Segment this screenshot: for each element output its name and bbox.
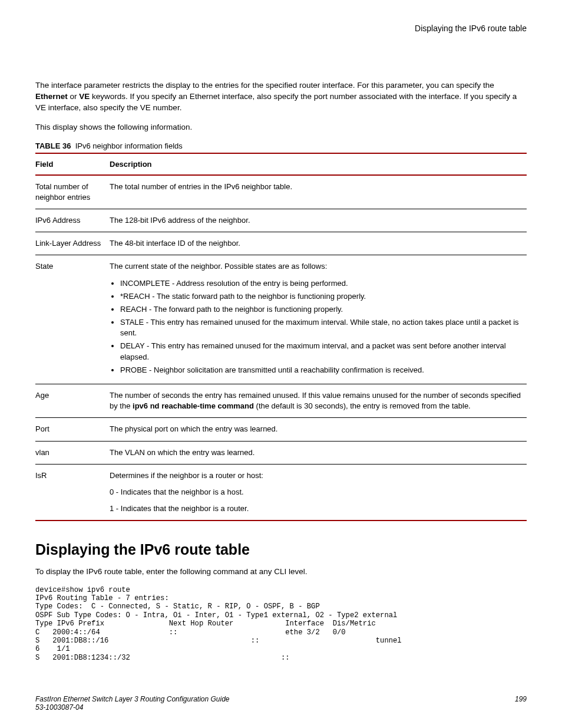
cell-desc: The physical port on which the entry was… bbox=[110, 418, 527, 441]
cell-field: Port bbox=[35, 418, 110, 441]
table-row: Port The physical port on which the entr… bbox=[35, 418, 527, 441]
table-row: IsR Determines if the neighbor is a rout… bbox=[35, 464, 527, 521]
text-span: The interface parameter restricts the di… bbox=[35, 81, 494, 90]
table-row: Link-Layer Address The 48-bit interface … bbox=[35, 232, 527, 255]
list-item: *REACH - The static forward path to the … bbox=[120, 291, 523, 302]
table-title: IPv6 neighbor information fields bbox=[75, 141, 183, 150]
table-label: TABLE 36 bbox=[35, 141, 71, 150]
cell-field: Total number of neighbor entries bbox=[35, 175, 110, 209]
table-caption: TABLE 36 IPv6 neighbor information field… bbox=[35, 141, 527, 150]
cell-field: State bbox=[35, 255, 110, 384]
cell-field: Link-Layer Address bbox=[35, 232, 110, 255]
table-row: vlan The VLAN on which the entry was lea… bbox=[35, 441, 527, 464]
list-item: PROBE - Neighbor solicitation are transm… bbox=[120, 365, 523, 375]
table-row: State The current state of the neighbor.… bbox=[35, 255, 527, 384]
footer-page-number: 199 bbox=[515, 695, 527, 711]
cell-desc: The total number of entries in the IPv6 … bbox=[110, 175, 527, 209]
cell-field: IPv6 Address bbox=[35, 209, 110, 232]
list-item: INCOMPLETE - Address resolution of the e… bbox=[120, 278, 523, 289]
cell-field: IsR bbox=[35, 464, 110, 521]
table-row: Total number of neighbor entries The tot… bbox=[35, 175, 527, 209]
table-row: IPv6 Address The 128-bit IPv6 address of… bbox=[35, 209, 527, 232]
list-item: DELAY - This entry has remained unused f… bbox=[120, 341, 523, 362]
text-span: or bbox=[68, 92, 80, 101]
th-description: Description bbox=[110, 153, 527, 175]
cell-desc: The VLAN on which the entry was learned. bbox=[110, 441, 527, 464]
cell-desc: The 128-bit IPv6 address of the neighbor… bbox=[110, 209, 527, 232]
page-footer: FastIron Ethernet Switch Layer 3 Routing… bbox=[35, 695, 527, 711]
paragraph-interface: The interface parameter restricts the di… bbox=[35, 80, 527, 114]
cell-field: vlan bbox=[35, 441, 110, 464]
paragraph-display-info: This display shows the following informa… bbox=[35, 122, 527, 133]
state-intro: The current state of the neighbor. Possi… bbox=[110, 262, 327, 271]
cli-output: device#show ipv6 route IPv6 Routing Tabl… bbox=[35, 586, 527, 663]
cell-desc: The current state of the neighbor. Possi… bbox=[110, 255, 527, 384]
list-item: REACH - The forward path to the neighbor… bbox=[120, 304, 523, 315]
cell-desc: Determines if the neighbor is a router o… bbox=[110, 464, 527, 521]
ipv6-fields-table: Field Description Total number of neighb… bbox=[35, 153, 527, 522]
footer-doc-number: 53-1003087-04 bbox=[35, 703, 230, 711]
isr-router: 1 - Indicates that the neighbor is a rou… bbox=[110, 503, 523, 514]
running-header: Displaying the IPv6 route table bbox=[35, 24, 527, 33]
table-row: Age The number of seconds the entry has … bbox=[35, 384, 527, 418]
section-intro: To display the IPv6 route table, enter t… bbox=[35, 566, 527, 578]
keyword-ethernet: Ethernet bbox=[35, 92, 68, 101]
text-span: keywords. If you specify an Ethernet int… bbox=[35, 92, 517, 112]
cell-field: Age bbox=[35, 384, 110, 418]
isr-host: 0 - Indicates that the neighbor is a hos… bbox=[110, 487, 523, 498]
footer-guide-title: FastIron Ethernet Switch Layer 3 Routing… bbox=[35, 695, 230, 703]
th-field: Field bbox=[35, 153, 110, 175]
cell-desc: The number of seconds the entry has rema… bbox=[110, 384, 527, 418]
list-item: STALE - This entry has remained unused f… bbox=[120, 317, 523, 338]
cell-desc: The 48-bit interface ID of the neighbor. bbox=[110, 232, 527, 255]
isr-intro: Determines if the neighbor is a router o… bbox=[110, 471, 263, 480]
text-span: (the default is 30 seconds), the entry i… bbox=[254, 401, 471, 410]
command-keyword: ipv6 nd reachable-time command bbox=[133, 401, 254, 410]
keyword-ve: VE bbox=[79, 92, 90, 101]
section-heading: Displaying the IPv6 route table bbox=[35, 541, 527, 558]
state-list: INCOMPLETE - Address resolution of the e… bbox=[110, 278, 523, 376]
